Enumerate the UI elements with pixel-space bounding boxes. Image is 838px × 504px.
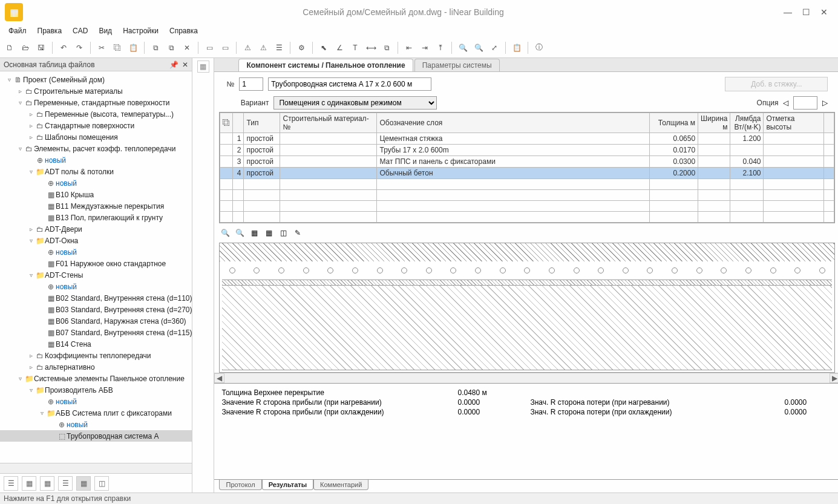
tree-item[interactable]: ▿📁АБВ Система плит с фиксаторами bbox=[0, 407, 192, 419]
panel-close-icon[interactable]: ✕ bbox=[182, 61, 188, 69]
box2-icon[interactable]: ▭ bbox=[218, 41, 232, 55]
ruler-icon[interactable]: ⟷ bbox=[364, 41, 378, 55]
zoomin-icon[interactable]: 🔍 bbox=[456, 41, 470, 55]
grid-row-empty[interactable] bbox=[220, 179, 834, 190]
align1-icon[interactable]: ⇤ bbox=[402, 41, 416, 55]
tree-item[interactable]: ▹🗀Переменные (высота, температуры...) bbox=[0, 108, 192, 120]
grid-row-empty[interactable] bbox=[220, 190, 834, 201]
grid-row[interactable]: 2простойТрубы 17 x 2.0 600m0.0170 bbox=[220, 145, 834, 156]
tree-item[interactable]: ▹🗀Строительные материалы bbox=[0, 85, 192, 97]
zoomin2-icon[interactable]: 🔍 bbox=[219, 227, 231, 239]
text-icon[interactable]: T bbox=[348, 41, 362, 55]
menu-settings[interactable]: Настройки bbox=[118, 25, 163, 36]
menu-file[interactable]: Файл bbox=[4, 25, 31, 36]
gutter-btn[interactable]: ▦ bbox=[197, 61, 209, 73]
grid-corner[interactable]: ⿻ bbox=[220, 113, 233, 133]
expand-icon[interactable]: ▿ bbox=[5, 76, 13, 83]
minimize-button[interactable]: — bbox=[779, 3, 797, 21]
tree-item[interactable]: ⊕новый bbox=[0, 419, 192, 430]
redo-icon[interactable]: ↷ bbox=[72, 41, 87, 55]
tree-item[interactable]: ▹🗀Шаблоны помещения bbox=[0, 131, 192, 143]
tree-item[interactable]: ⊕новый bbox=[0, 246, 192, 258]
scroll-left-icon[interactable]: ◀ bbox=[214, 373, 224, 383]
layer-grid[interactable]: ⿻ Тип Строительный материал-№ Обозначени… bbox=[219, 112, 835, 223]
expand-icon[interactable]: ▿ bbox=[16, 145, 24, 152]
tree[interactable]: ▿🗎Проект (Семейный дом)▹🗀Строительные ма… bbox=[0, 71, 192, 463]
pin-icon[interactable]: 📌 bbox=[169, 61, 178, 69]
split-icon[interactable]: ◫ bbox=[277, 227, 289, 239]
viz-hscroll[interactable]: ◀ ▶ bbox=[214, 373, 838, 383]
col-type[interactable]: Тип bbox=[244, 113, 280, 133]
tree-item[interactable]: ▦F01 Наружное окно стандартное bbox=[0, 258, 192, 269]
expand-icon[interactable]: ▹ bbox=[27, 134, 35, 140]
menu-edit[interactable]: Правка bbox=[33, 25, 67, 36]
grid-row[interactable]: 1простойЦементная стяжка0.06501.200 bbox=[220, 133, 834, 145]
name-input[interactable] bbox=[268, 77, 431, 91]
warn1-icon[interactable]: ⚠ bbox=[240, 41, 255, 55]
tree-item[interactable]: ▦B11 Междуэтажные перекрытия bbox=[0, 200, 192, 212]
ref2-icon[interactable]: ⧉ bbox=[164, 41, 178, 55]
tree-item[interactable]: ▿📁Производитель АБВ bbox=[0, 384, 192, 396]
expand-icon[interactable]: ▿ bbox=[27, 387, 35, 393]
tab-params[interactable]: Параметры системы bbox=[414, 59, 500, 71]
grid-row[interactable]: 3простойМат ППС и панель с фиксаторами0.… bbox=[220, 156, 834, 168]
tree-item[interactable]: ⊕новый bbox=[0, 177, 192, 189]
expand-icon[interactable]: ▿ bbox=[38, 410, 46, 416]
align2-icon[interactable]: ⇥ bbox=[417, 41, 432, 55]
expand-icon[interactable]: ▹ bbox=[27, 364, 35, 370]
ref-icon[interactable]: ⧉ bbox=[148, 41, 163, 55]
clip-icon[interactable]: 📋 bbox=[509, 41, 524, 55]
expand-icon[interactable]: ▿ bbox=[16, 375, 24, 382]
view3-icon[interactable]: ▦ bbox=[40, 476, 54, 491]
paste-icon[interactable]: 📋 bbox=[126, 41, 140, 55]
line-icon[interactable]: ∠ bbox=[332, 41, 347, 55]
tree-item[interactable]: ▿🗎Проект (Семейный дом) bbox=[0, 74, 192, 85]
col-lambda[interactable]: Лямбда Вт/(м·K) bbox=[730, 113, 764, 133]
tree-item[interactable]: ▦B06 Standard, Наружная стена (d=360) bbox=[0, 315, 192, 327]
tree-item[interactable]: ▦B14 Стена bbox=[0, 338, 192, 350]
tree-item[interactable]: ▦B07 Standard, Внутренняя стена (d=115) bbox=[0, 327, 192, 338]
box1-icon[interactable]: ▭ bbox=[202, 41, 217, 55]
save-icon[interactable]: 🖫 bbox=[34, 41, 48, 55]
tree-item[interactable]: ⬚Трубопроводная система A bbox=[0, 430, 192, 442]
close-button[interactable]: ✕ bbox=[815, 3, 833, 21]
view4-icon[interactable]: ☰ bbox=[58, 476, 73, 491]
col-thick[interactable]: Толщина м bbox=[650, 113, 698, 133]
net-icon[interactable]: ⧉ bbox=[379, 41, 394, 55]
expand-icon[interactable]: ▹ bbox=[27, 352, 35, 359]
col-width[interactable]: Ширина м bbox=[698, 113, 730, 133]
tree-item[interactable]: ▦B02 Standard, Внутренняя стена (d=110) bbox=[0, 292, 192, 304]
view1-icon[interactable]: ☰ bbox=[4, 476, 18, 491]
align3-icon[interactable]: ⤒ bbox=[433, 41, 448, 55]
tree-item[interactable]: ▹🗀ADT-Двери bbox=[0, 223, 192, 235]
view2-icon[interactable]: ▦ bbox=[22, 476, 36, 491]
tree-item[interactable]: ⊕новый bbox=[0, 281, 192, 292]
expand-icon[interactable]: ▿ bbox=[27, 272, 35, 278]
cut-icon[interactable]: ✂ bbox=[94, 41, 109, 55]
zoomout2-icon[interactable]: 🔍 bbox=[234, 227, 246, 239]
tree-item[interactable]: ⊕новый bbox=[0, 396, 192, 407]
tree-item[interactable]: ▿🗀Элементы, расчет коэфф. теплопередачи bbox=[0, 143, 192, 154]
tree-item[interactable]: ▦B10 Крыша bbox=[0, 189, 192, 200]
new-icon[interactable]: 🗋 bbox=[2, 41, 17, 55]
open-icon[interactable]: 🗁 bbox=[18, 41, 33, 55]
expand-icon[interactable]: ▹ bbox=[27, 122, 35, 129]
undo-icon[interactable]: ↶ bbox=[56, 41, 71, 55]
fit2-icon[interactable]: ▦ bbox=[263, 227, 275, 239]
tab-component[interactable]: Компонент системы / Панельное отопление bbox=[238, 59, 413, 71]
btab-protocol[interactable]: Протокол bbox=[219, 480, 261, 490]
option-prev-icon[interactable]: ◁ bbox=[783, 99, 788, 107]
tree-item[interactable]: ⊕новый bbox=[0, 154, 192, 166]
tree-item[interactable]: ▹🗀Стандартные поверхности bbox=[0, 120, 192, 131]
expand-icon[interactable]: ▿ bbox=[27, 237, 35, 244]
edit-icon[interactable]: ✎ bbox=[292, 227, 304, 239]
menu-view[interactable]: Вид bbox=[94, 25, 117, 36]
cursor-icon[interactable]: ⬉ bbox=[316, 41, 331, 55]
tree-item[interactable]: ▿🗀Переменные, стандартные поверхности bbox=[0, 97, 192, 108]
info-icon[interactable]: ⓘ bbox=[532, 41, 546, 55]
grid-row-empty[interactable] bbox=[220, 212, 834, 223]
list-icon[interactable]: ☰ bbox=[272, 41, 286, 55]
grid-row[interactable]: 4простойОбычный бетон0.20002.100 bbox=[220, 168, 834, 179]
option-input[interactable] bbox=[793, 96, 817, 110]
btab-comment[interactable]: Комментарий bbox=[313, 480, 368, 490]
